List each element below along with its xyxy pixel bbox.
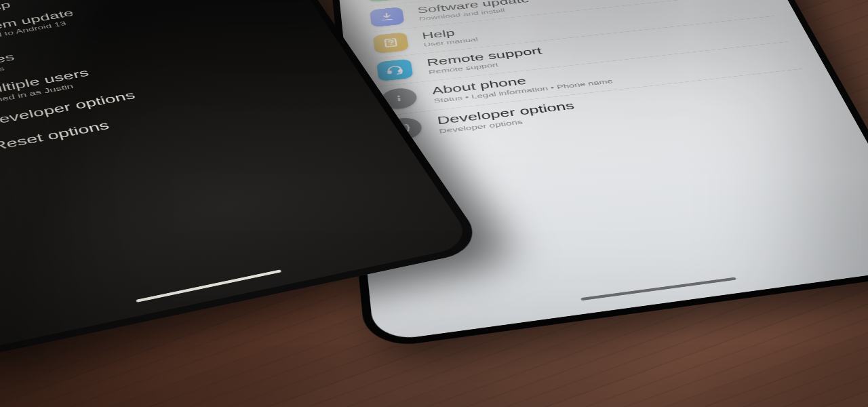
gesture-bar[interactable]	[136, 269, 281, 303]
svg-point-5	[397, 96, 400, 98]
item-title: Backup	[0, 0, 12, 19]
svg-rect-3	[388, 71, 391, 73]
accessibility-icon	[366, 0, 400, 2]
help-icon	[373, 32, 409, 54]
desk-scene: Accessibility TalkBack • More Software u…	[0, 0, 868, 407]
item-subtitle: 0 rules	[0, 63, 18, 78]
svg-rect-6	[398, 98, 401, 102]
svg-rect-4	[399, 70, 402, 73]
download-icon	[370, 7, 405, 27]
headset-icon	[376, 58, 414, 81]
gesture-bar[interactable]	[580, 277, 736, 301]
